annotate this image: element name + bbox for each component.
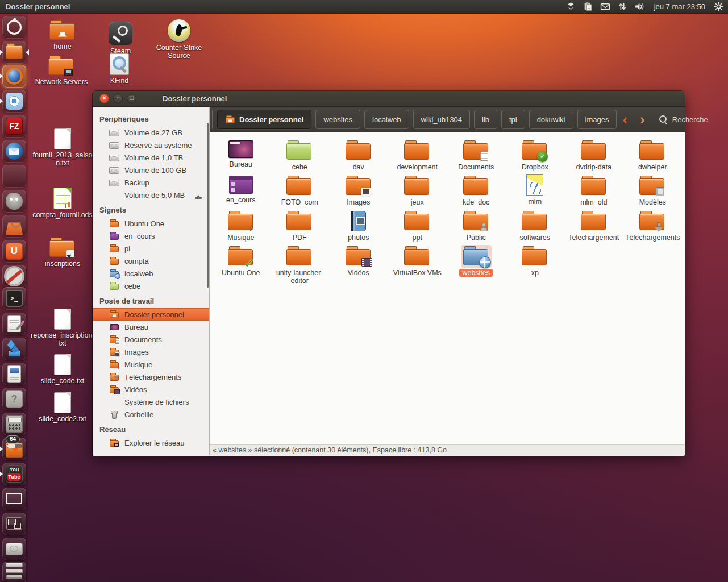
sidebar-item-r-serv-au-syst-me[interactable]: Réservé au système (93, 139, 209, 151)
launcher-item-ubuntu-one[interactable] (2, 240, 26, 263)
file-item-dropbox[interactable]: ✓Dropbox (506, 136, 565, 171)
launcher-item-gimp[interactable] (2, 190, 26, 213)
launcher-item-filezilla[interactable] (2, 115, 26, 138)
launcher-item-files[interactable] (2, 41, 26, 64)
sidebar-item-bureau[interactable]: Bureau (93, 321, 209, 333)
breadcrumb-dokuwiki[interactable]: dokuwiki (529, 110, 573, 129)
sidebar-item-corbeille[interactable]: Corbeille (93, 408, 209, 421)
file-item-dvdrip-data[interactable]: dvdrip-data (564, 136, 623, 171)
desktop-icon-reponse-inscription-txt[interactable]: reponse_inscription.txt (28, 309, 97, 348)
breadcrumb-images[interactable]: images (577, 110, 617, 129)
launcher-item-firefox[interactable] (2, 65, 26, 88)
forward-arrow-icon[interactable]: › (638, 114, 647, 125)
breadcrumb-dossier-personnel[interactable]: Dossier personnel (217, 110, 311, 129)
launcher-item-software-center[interactable] (2, 215, 26, 238)
file-item-dwhelper[interactable]: dwhelper (623, 136, 683, 171)
launcher-item-dash-home[interactable] (2, 16, 26, 39)
desktop-icon-counter-strike-source[interactable]: Counter-Strike Source (143, 19, 215, 60)
desktop-icon-kfind[interactable]: KFind (90, 53, 149, 85)
launcher-item-dropbox[interactable] (2, 338, 26, 360)
sidebar-item-backup[interactable]: Backup (93, 176, 209, 189)
close-button[interactable]: × (99, 94, 109, 103)
breadcrumb-websites[interactable]: websites (315, 110, 360, 129)
launcher-item-system-settings[interactable] (2, 265, 26, 288)
breadcrumb-lib[interactable]: lib (474, 110, 497, 129)
dropbox-tray-icon[interactable] (566, 2, 576, 11)
file-item-pdf[interactable]: PDF (271, 206, 330, 242)
sidebar-item-compta[interactable]: compta (93, 255, 209, 267)
desktop-icon-inscriptions[interactable]: inscriptions (32, 238, 93, 268)
sidebar-item-volume-de-1-0-tb[interactable]: Volume de 1,0 TB (93, 151, 209, 164)
sidebar-item-localweb[interactable]: localweb (93, 267, 209, 280)
back-arrow-icon[interactable]: ‹ (621, 114, 629, 125)
session-gear-icon[interactable] (714, 2, 723, 11)
desktop-icon-network-servers[interactable]: Network Servers (32, 56, 91, 86)
file-item-en-cours[interactable]: en_cours (211, 171, 271, 206)
launcher-item-unknown-app[interactable] (2, 388, 26, 410)
sidebar-item-musique[interactable]: ♪Musique (93, 358, 209, 371)
search-button[interactable]: Recherche (659, 115, 708, 124)
sidebar-item-pl[interactable]: pl (93, 242, 209, 255)
sidebar-item-vid-os[interactable]: Vidéos (93, 383, 209, 396)
file-item-ppt[interactable]: ppt (388, 206, 447, 242)
launcher-item-window-outline[interactable] (2, 488, 26, 510)
sidebar-item-explorer-le-r-seau[interactable]: Explorer le réseau (93, 436, 209, 449)
file-item-websites[interactable]: websites (447, 242, 506, 285)
file-item-t-l-chargements[interactable]: Téléchargements (623, 206, 683, 242)
launcher-item-libreoffice-writer[interactable] (2, 363, 26, 385)
sidebar-item-en-cours[interactable]: en_cours (93, 230, 209, 242)
panel-clock[interactable]: jeu 7 mar 23:50 (654, 2, 705, 11)
sidebar-item-cebe[interactable]: cebe (93, 280, 209, 292)
launcher-item-libreoffice-impress[interactable] (2, 165, 26, 188)
file-item-photos[interactable]: photos (329, 206, 388, 242)
breadcrumb-localweb[interactable]: localweb (364, 110, 409, 129)
launcher-item-window-spread[interactable] (2, 513, 26, 535)
mail-icon[interactable] (600, 2, 610, 11)
desktop-icon-slide-code-txt[interactable]: slide_code.txt (30, 354, 95, 385)
file-item-virtualbox-vms[interactable]: VirtualBox VMs (388, 242, 447, 285)
file-item-xp[interactable]: xp (506, 242, 565, 285)
desktop-icon-home[interactable]: home (33, 20, 92, 51)
file-item-development[interactable]: development (388, 136, 447, 171)
desktop-icon-fournil-2013-saison-txt[interactable]: fournil_2013_saison.txt (32, 128, 93, 168)
sidebar-item-volume-de-5-0-mb[interactable]: Volume de 5,0 MB (93, 189, 209, 201)
file-item-mlm[interactable]: mlm (506, 171, 565, 206)
file-item-vid-os[interactable]: Vidéos (329, 242, 388, 285)
launcher-item-calculator[interactable] (2, 413, 26, 435)
desktop-icon-compta-fournil-ods[interactable]: compta_fournil.ods (32, 188, 93, 219)
file-item-telechargement[interactable]: Telechargement (564, 206, 623, 242)
sidebar-item-documents[interactable]: Documents (93, 333, 209, 346)
desktop-icon-slide-code2-txt[interactable]: slide_code2.txt (28, 392, 97, 423)
sidebar-scrollbar[interactable] (207, 123, 209, 288)
file-item-bureau[interactable]: Bureau (211, 136, 271, 171)
launcher-item-hard-disk[interactable] (2, 538, 26, 560)
launcher-item-youtube[interactable] (2, 463, 26, 485)
launcher-item-text-editor[interactable] (2, 313, 26, 335)
sidebar-item-dossier-personnel[interactable]: Dossier personnel (93, 308, 209, 321)
clipboard-icon[interactable] (583, 2, 593, 11)
sidebar-item-t-l-chargements[interactable]: Téléchargements (93, 371, 209, 383)
file-item-mlm-old[interactable]: mlm_old (564, 171, 623, 206)
sidebar-item-volume-de-27-gb[interactable]: Volume de 27 GB (93, 126, 209, 139)
minimize-button[interactable]: − (113, 94, 123, 103)
file-item-ubuntu-one[interactable]: ✓Ubuntu One (211, 242, 271, 285)
file-item-jeux[interactable]: jeux (388, 171, 447, 206)
breadcrumb-wiki-ub1304[interactable]: wiki_ub1304 (413, 110, 470, 129)
sidebar-item-syst-me-de-fichiers[interactable]: Système de fichiers (93, 396, 209, 408)
file-item-softwares[interactable]: softwares (506, 206, 565, 242)
launcher-item-download-manager[interactable]: 64 (2, 438, 26, 460)
file-item-musique[interactable]: ♪Musique (211, 206, 271, 242)
breadcrumb-scroll-button[interactable] (212, 110, 213, 129)
maximize-button[interactable]: □ (127, 94, 136, 103)
file-item-images[interactable]: Images (329, 171, 388, 206)
launcher-item-thunderbird[interactable] (2, 140, 26, 163)
file-item-unity-launcher-editor[interactable]: unity-launcher-editor (271, 242, 330, 285)
sidebar-item-ubuntu-one[interactable]: Ubuntu One (93, 217, 209, 230)
launcher-item-terminal[interactable] (2, 287, 26, 310)
file-item-cebe[interactable]: cebe (271, 136, 330, 171)
network-transfer-icon[interactable] (618, 2, 627, 11)
sidebar-item-images[interactable]: Images (93, 346, 209, 358)
window-titlebar[interactable]: × − □ Dossier personnel (93, 91, 685, 107)
file-item-mod-les[interactable]: Modèles (623, 171, 683, 206)
desktop-icon-steam[interactable]: Steam (91, 22, 150, 55)
